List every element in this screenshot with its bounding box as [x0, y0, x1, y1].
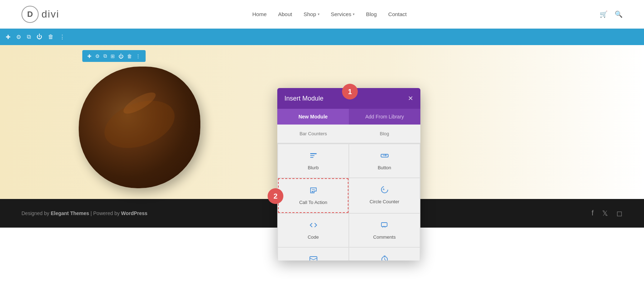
- svg-rect-0: [310, 153, 317, 154]
- toolbar-add-icon[interactable]: ✚: [6, 34, 10, 40]
- row-grid-icon[interactable]: ⊞: [111, 53, 115, 59]
- blurb-label: Blurb: [308, 165, 318, 170]
- module-contact-form[interactable]: Contact Form: [278, 248, 348, 261]
- toolbar-settings-icon[interactable]: ⚙: [16, 34, 21, 40]
- module-blog[interactable]: Blog: [349, 125, 420, 142]
- code-icon: [309, 221, 318, 232]
- row-power-icon[interactable]: ⏻: [118, 53, 123, 59]
- insert-module-modal: Insert Module ✕ New Module Add From Libr…: [277, 88, 420, 261]
- code-label: Code: [308, 234, 319, 240]
- contact-form-icon: [309, 255, 318, 261]
- step-badge-2: 2: [268, 188, 283, 204]
- svg-rect-6: [381, 223, 387, 227]
- module-call-to-action[interactable]: Call To Action: [278, 178, 348, 213]
- module-button[interactable]: Button: [349, 144, 420, 177]
- toolbar-clone-icon[interactable]: ⧉: [27, 34, 31, 40]
- twitter-icon[interactable]: 𝕏: [602, 209, 608, 218]
- comments-icon: [380, 221, 389, 232]
- toolbar-delete-icon[interactable]: 🗑: [48, 34, 54, 40]
- shop-chevron-icon: ▾: [318, 12, 319, 16]
- toolbar-more-icon[interactable]: ⋮: [59, 34, 65, 40]
- modal-body: Bar Counters Blog: [277, 125, 420, 261]
- toolbar-power-icon[interactable]: ⏻: [36, 34, 42, 40]
- logo-area[interactable]: D divi: [21, 6, 59, 23]
- cta-icon: [309, 186, 318, 197]
- elegant-themes-link[interactable]: Elegant Themes: [51, 210, 89, 216]
- nav-home[interactable]: Home: [252, 11, 267, 17]
- row-delete-icon[interactable]: 🗑: [127, 53, 132, 59]
- svg-rect-3: [381, 154, 388, 157]
- instagram-icon[interactable]: ◻: [616, 209, 623, 218]
- nav-contact[interactable]: Contact: [388, 11, 407, 17]
- row-add-icon[interactable]: ✚: [87, 53, 92, 59]
- modal-close-button[interactable]: ✕: [408, 94, 413, 102]
- tab-new-module[interactable]: New Module: [277, 109, 349, 125]
- row-more-icon[interactable]: ⋮: [136, 53, 141, 59]
- footer-social-icons: f 𝕏 ◻: [591, 209, 623, 218]
- logo-text: divi: [42, 9, 59, 20]
- cart-icon[interactable]: 🛒: [600, 10, 608, 18]
- button-icon: [380, 151, 389, 162]
- row-columns-icon[interactable]: ⧉: [103, 53, 107, 59]
- tab-add-from-library[interactable]: Add From Library: [349, 109, 420, 125]
- site-header: D divi Home About Shop ▾ Services ▾ Blog…: [0, 0, 644, 29]
- module-code[interactable]: Code: [278, 214, 348, 247]
- nav-shop[interactable]: Shop ▾: [303, 11, 319, 17]
- search-icon[interactable]: 🔍: [615, 10, 623, 18]
- countdown-timer-icon: [380, 255, 389, 261]
- row-settings-icon[interactable]: ⚙: [95, 53, 100, 59]
- module-countdown-timer[interactable]: Countdown Timer: [349, 248, 420, 261]
- modal-tabs: New Module Add From Library: [277, 109, 420, 125]
- button-label: Button: [378, 165, 391, 170]
- logo-icon: D: [21, 6, 39, 23]
- module-blurb[interactable]: Blurb: [278, 144, 348, 177]
- module-circle-counter[interactable]: Circle Counter: [349, 178, 420, 213]
- module-comments[interactable]: Comments: [349, 214, 420, 247]
- wordpress-link[interactable]: WordPress: [121, 210, 147, 216]
- nav-blog[interactable]: Blog: [366, 11, 377, 17]
- module-bar-counters[interactable]: Bar Counters: [278, 125, 348, 142]
- nav-services[interactable]: Services ▾: [331, 11, 355, 17]
- footer-text: Designed by Elegant Themes | Powered by …: [21, 210, 147, 216]
- main-content: ✚ ⚙ ⧉ ⊞ ⏻ 🗑 ⋮ + 1 2 Insert Module ✕: [0, 45, 644, 199]
- svg-rect-4: [312, 191, 313, 192]
- facebook-icon[interactable]: f: [591, 209, 594, 218]
- row-toolbar: ✚ ⚙ ⧉ ⊞ ⏻ 🗑 ⋮: [82, 50, 146, 62]
- nav-about[interactable]: About: [278, 11, 292, 17]
- module-grid: Blurb Button: [277, 144, 420, 261]
- circle-counter-icon: [380, 185, 389, 196]
- module-partial-row: Bar Counters Blog: [277, 125, 420, 144]
- comments-label: Comments: [373, 234, 396, 240]
- svg-rect-2: [310, 157, 313, 158]
- circle-counter-label: Circle Counter: [370, 199, 399, 204]
- step-badge-1: 1: [342, 84, 358, 99]
- editor-toolbar-top: ✚ ⚙ ⧉ ⏻ 🗑 ⋮: [0, 29, 644, 45]
- svg-rect-1: [310, 155, 314, 156]
- modal-title: Insert Module: [284, 95, 323, 102]
- blurb-icon: [309, 151, 318, 162]
- nav-icons: 🛒 🔍: [600, 10, 623, 18]
- bread-image: [79, 67, 200, 188]
- cta-label: Call To Action: [299, 200, 327, 205]
- services-chevron-icon: ▾: [353, 12, 355, 16]
- main-nav: Home About Shop ▾ Services ▾ Blog Contac…: [252, 11, 407, 17]
